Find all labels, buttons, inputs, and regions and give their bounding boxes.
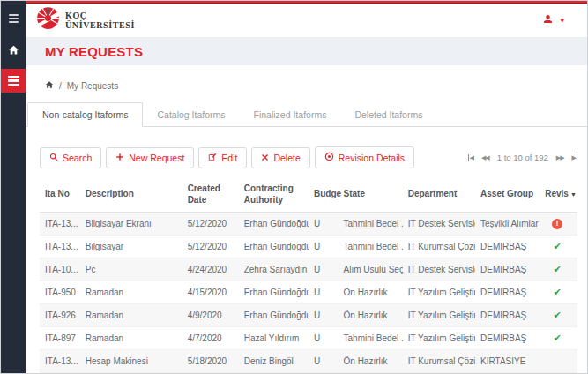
table-row[interactable]: ITA-10...Pc4/24/2020Zehra SarıaydınUAlım… bbox=[40, 258, 577, 281]
search-button[interactable]: Search bbox=[40, 147, 101, 168]
cell-description: Ramadan bbox=[80, 333, 182, 343]
table-row[interactable]: ITA-950Ramadan4/15/2020Erhan GündoğduUÖn… bbox=[40, 281, 577, 304]
column-header-description[interactable]: Description bbox=[80, 189, 182, 200]
column-header-contracting_authority[interactable]: Contracting Authority bbox=[239, 183, 309, 206]
new-request-button[interactable]: New Request bbox=[106, 147, 194, 168]
tab-catalog-itaforms[interactable]: Catalog Itaforms bbox=[143, 103, 239, 126]
pagination-range: 1 to 10 of 192 bbox=[497, 153, 548, 162]
cell-created_date: 4/24/2020 bbox=[182, 265, 239, 274]
tab-non-catalog-itaforms[interactable]: Non-catalog Itaforms bbox=[27, 102, 143, 127]
cell-department: IT Kurumsal Çözü... bbox=[403, 356, 475, 366]
cell-description: Pc bbox=[80, 265, 182, 274]
main-area: KOÇ ÜNİVERSİTESİ ▾ MY REQUESTS / My Requ… bbox=[26, 1, 587, 373]
page-title: MY REQUESTS bbox=[45, 44, 143, 59]
cell-revision: ✔ bbox=[540, 264, 575, 275]
sidebar-item-menu[interactable] bbox=[1, 7, 26, 29]
edit-icon bbox=[208, 153, 217, 163]
cell-ita_no: ITA-13... bbox=[40, 356, 80, 366]
history-icon bbox=[324, 152, 334, 163]
table-header-row: Ita NoDescriptionCreated DateContracting… bbox=[40, 179, 577, 213]
table-row[interactable]: ITA-13...Bilgisayar Ekranı5/12/2020Erhan… bbox=[40, 213, 577, 236]
cell-budget: U bbox=[309, 333, 339, 343]
cell-ita_no: ITA-13... bbox=[40, 242, 80, 251]
cell-budget: U bbox=[309, 288, 339, 297]
cell-description: Ramadan bbox=[80, 288, 182, 297]
x-icon bbox=[261, 153, 269, 163]
cell-contracting_authority: Erhan Gündoğdu bbox=[239, 219, 309, 228]
cell-created_date: 5/18/2020 bbox=[182, 356, 239, 366]
list-icon bbox=[8, 74, 19, 88]
university-logo[interactable]: KOÇ ÜNİVERSİTESİ bbox=[36, 6, 135, 34]
table-row[interactable]: ITA-13...Bilgisayar5/12/2020Erhan Gündoğ… bbox=[40, 236, 577, 258]
home-icon bbox=[8, 43, 19, 59]
top-header: KOÇ ÜNİVERSİTESİ ▾ bbox=[26, 4, 587, 38]
cell-asset_group: DEMİRBAŞ bbox=[475, 242, 540, 251]
tab-finalized-itaforms[interactable]: Finalized Itaforms bbox=[240, 103, 341, 126]
cell-contracting_authority: Erhan Gündoğdu bbox=[239, 310, 309, 320]
logo-text: KOÇ ÜNİVERSİTESİ bbox=[65, 11, 135, 30]
sort-desc-icon: ▼ bbox=[570, 191, 577, 198]
cell-contracting_authority: Erhan Gündoğdu bbox=[239, 288, 309, 297]
column-header-asset_group[interactable]: Asset Group bbox=[475, 189, 540, 200]
column-header-ita_no[interactable]: Ita No bbox=[40, 189, 80, 200]
page-title-banner: MY REQUESTS bbox=[26, 38, 587, 65]
cell-contracting_authority: Zehra Sarıaydın bbox=[239, 265, 309, 274]
column-header-created_date[interactable]: Created Date bbox=[182, 183, 239, 206]
cell-revision: ✔ bbox=[540, 310, 575, 321]
cell-ita_no: ITA-10... bbox=[40, 265, 80, 274]
sidebar bbox=[1, 1, 26, 373]
cell-asset_group: Teşvikli Alımlar bbox=[475, 219, 540, 228]
cell-department: IT Yazılım Geliştirme bbox=[403, 310, 475, 320]
revision-details-button[interactable]: Revision Details bbox=[315, 146, 414, 168]
check-icon: ✔ bbox=[553, 287, 561, 298]
column-header-department[interactable]: Department bbox=[403, 189, 475, 200]
tab-deleted-itaforms[interactable]: Deleted Itaforms bbox=[340, 103, 436, 126]
breadcrumb-current: My Requests bbox=[67, 81, 118, 91]
cell-asset_group: DEMİRBAŞ bbox=[475, 333, 540, 343]
cell-created_date: 5/12/2020 bbox=[182, 242, 239, 251]
column-header-revision[interactable]: Revis▼ bbox=[540, 189, 575, 200]
pagination: ◀ ◀◀ 1 to 10 of 192 ▶▶ ▶ bbox=[468, 153, 577, 162]
check-icon: ✔ bbox=[553, 241, 561, 252]
cell-asset_group: KIRTASİYE bbox=[475, 356, 540, 366]
delete-button[interactable]: Delete bbox=[251, 147, 309, 168]
app-window: KOÇ ÜNİVERSİTESİ ▾ MY REQUESTS / My Requ… bbox=[0, 0, 588, 374]
breadcrumb: / My Requests bbox=[26, 65, 587, 102]
koc-sunburst-icon bbox=[36, 6, 60, 34]
table-row[interactable]: ITA-13...Hesap Makinesi5/18/2020Deniz Bi… bbox=[40, 350, 577, 373]
table-row[interactable]: ITA-926Ramadan4/9/2020Erhan GündoğduUÖn … bbox=[40, 304, 577, 327]
search-icon bbox=[49, 153, 58, 163]
cell-description: Ramadan bbox=[80, 310, 182, 320]
cell-department: IT Kurumsal Çözü... bbox=[403, 242, 475, 251]
cell-revision: ✔ bbox=[540, 287, 575, 298]
column-header-budget[interactable]: Budge bbox=[309, 189, 339, 200]
table-body: ITA-13...Bilgisayar Ekranı5/12/2020Erhan… bbox=[40, 213, 577, 373]
breadcrumb-home-icon[interactable] bbox=[45, 80, 54, 91]
cell-state: Ön Hazırlık bbox=[339, 356, 403, 366]
first-page-icon[interactable]: ◀ bbox=[468, 154, 473, 161]
chevron-down-icon: ▾ bbox=[560, 16, 564, 25]
cell-revision: ✔ bbox=[540, 241, 575, 252]
tab-panel: Search New Request Edit bbox=[26, 127, 587, 373]
table-row[interactable]: ITA-897Ramadan4/7/2020Hazal YıldırımUTah… bbox=[40, 327, 577, 350]
tab-bar: Non-catalog Itaforms Catalog Itaforms Fi… bbox=[26, 102, 587, 127]
edit-button[interactable]: Edit bbox=[198, 147, 247, 168]
last-page-icon[interactable]: ▶ bbox=[572, 154, 577, 161]
column-header-state[interactable]: State bbox=[339, 189, 403, 200]
previous-page-icon[interactable]: ◀◀ bbox=[481, 154, 489, 161]
toolbar: Search New Request Edit bbox=[40, 146, 577, 168]
plus-icon bbox=[115, 153, 124, 163]
cell-ita_no: ITA-13... bbox=[40, 219, 80, 228]
cell-department: IT Yazılım Geliştirme bbox=[403, 333, 475, 343]
sidebar-item-home[interactable] bbox=[1, 40, 26, 62]
cell-contracting_authority: Hazal Yıldırım bbox=[239, 333, 309, 343]
next-page-icon[interactable]: ▶▶ bbox=[556, 154, 564, 161]
cell-created_date: 5/12/2020 bbox=[182, 219, 239, 228]
sidebar-item-requests[interactable] bbox=[1, 69, 26, 93]
cell-contracting_authority: Deniz Bingöl bbox=[239, 356, 309, 366]
cell-ita_no: ITA-926 bbox=[40, 310, 80, 320]
user-menu[interactable]: ▾ bbox=[542, 12, 564, 28]
cell-asset_group: DEMİRBAŞ bbox=[475, 310, 540, 320]
alert-icon: ! bbox=[552, 219, 562, 229]
check-icon: ✔ bbox=[553, 264, 561, 275]
